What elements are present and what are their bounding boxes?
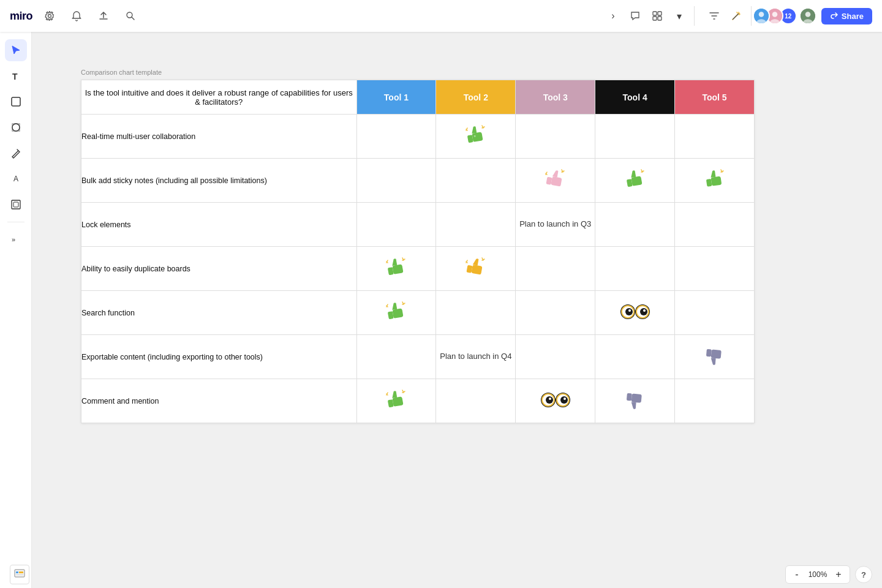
svg-rect-22 <box>472 132 483 142</box>
cell-5-1 <box>356 291 436 335</box>
presence-avatars: 12 <box>756 7 816 24</box>
notifications-icon[interactable] <box>67 6 86 26</box>
bottom-bar: - 100% + ? <box>0 561 882 588</box>
table-row: Comment and mention <box>81 379 755 423</box>
cell-6-5 <box>675 335 755 379</box>
eyes-emoji-2-icon <box>538 388 573 412</box>
svg-point-39 <box>625 308 633 315</box>
table-row: Search function <box>81 291 755 335</box>
svg-text:»: » <box>12 236 15 243</box>
sidebar-tool-sticky[interactable] <box>5 91 27 113</box>
cell-1-1 <box>356 115 436 159</box>
nav-left: miro <box>10 6 140 26</box>
cell-2-1 <box>356 159 436 203</box>
cell-1-3 <box>516 115 595 159</box>
cell-4-1 <box>356 247 436 291</box>
cell-6-2: Plan to launch in Q4 <box>436 335 516 379</box>
row-label-5: Search function <box>81 291 357 335</box>
row-label-2: Bulk add sticky notes (including all pos… <box>81 159 357 203</box>
table-row: Real-time multi-user collaboration <box>81 115 755 159</box>
comparison-chart: Comparison chart template Is the tool in… <box>81 69 755 423</box>
svg-rect-65 <box>19 571 23 573</box>
svg-rect-30 <box>706 178 712 186</box>
toolbar-group-view: › ▾ <box>598 6 695 26</box>
bottom-right: - 100% + ? <box>785 565 872 584</box>
tool1-header: Tool 1 <box>356 80 436 115</box>
avatar-1 <box>753 7 770 24</box>
bottom-left <box>10 565 29 584</box>
left-sidebar: T A » <box>0 32 32 588</box>
help-icon[interactable]: ? <box>855 566 872 583</box>
table-row: Exportable content (including exporting … <box>81 335 755 379</box>
sidebar-tool-pen[interactable] <box>5 142 27 164</box>
tool2-header: Tool 2 <box>436 80 516 115</box>
cell-4-3 <box>516 247 595 291</box>
share-button[interactable]: Share <box>821 8 872 24</box>
cell-3-3: Plan to launch in Q3 <box>516 203 595 247</box>
svg-point-6 <box>759 12 764 17</box>
tool4-header: Tool 4 <box>595 80 675 115</box>
cell-6-1 <box>356 335 436 379</box>
cell-2-5 <box>675 159 755 203</box>
cell-4-5 <box>675 247 755 291</box>
cell-7-4 <box>595 379 675 423</box>
svg-rect-33 <box>471 265 482 275</box>
zoom-level: 100% <box>805 570 830 579</box>
svg-rect-64 <box>16 571 18 573</box>
settings-icon[interactable] <box>40 6 59 26</box>
cell-7-3 <box>516 379 595 423</box>
table-row: Ability to easily duplicate boards <box>81 247 755 291</box>
thumbs-up-green-icon <box>461 121 491 150</box>
magic-wand-icon[interactable] <box>726 6 746 26</box>
comment-tool-icon[interactable] <box>625 6 645 26</box>
svg-point-45 <box>643 309 646 312</box>
svg-point-54 <box>549 398 551 400</box>
svg-text:A: A <box>13 175 18 183</box>
table-question: Is the tool intuitive and does it delive… <box>81 80 357 115</box>
cell-1-4 <box>595 115 675 159</box>
thumbs-mixed-yellow-icon <box>461 253 491 282</box>
board-thumbnail[interactable] <box>10 565 29 584</box>
svg-rect-31 <box>392 264 403 274</box>
sidebar-tool-more[interactable]: » <box>5 228 27 251</box>
svg-point-44 <box>640 308 647 315</box>
upload-icon[interactable] <box>94 6 113 26</box>
svg-rect-4 <box>658 17 662 20</box>
chevron-down-icon[interactable]: ▾ <box>669 6 689 26</box>
thumbs-up-green-2-icon <box>620 165 650 194</box>
cell-4-2 <box>436 247 516 291</box>
sidebar-tool-connector[interactable]: A <box>5 168 27 190</box>
cursor-tool-icon[interactable]: › <box>603 6 623 26</box>
svg-rect-47 <box>710 349 721 358</box>
svg-point-58 <box>560 396 568 404</box>
sidebar-tool-cursor[interactable] <box>5 39 27 61</box>
thumbs-up-green-6-icon <box>382 385 411 415</box>
cell-6-3 <box>516 335 595 379</box>
cell-3-5 <box>675 203 755 247</box>
zoom-in-button[interactable]: + <box>832 568 845 581</box>
toolbar-group-tools <box>699 6 752 26</box>
filter-icon[interactable] <box>704 6 724 26</box>
cell-3-1 <box>356 203 436 247</box>
tool5-header: Tool 5 <box>675 80 755 115</box>
cell-7-2 <box>436 379 516 423</box>
sidebar-tool-text[interactable]: T <box>5 65 27 87</box>
avatar-me <box>799 7 816 24</box>
row-label-4: Ability to easily duplicate boards <box>81 247 357 291</box>
plan-q3-text: Plan to launch in Q3 <box>516 216 595 232</box>
tool3-header: Tool 3 <box>516 80 595 115</box>
svg-rect-2 <box>658 12 662 15</box>
svg-rect-49 <box>392 396 403 407</box>
sidebar-divider <box>7 222 24 222</box>
zoom-out-button[interactable]: - <box>791 568 803 581</box>
sidebar-tool-shapes[interactable] <box>5 116 27 138</box>
cell-3-2 <box>436 203 516 247</box>
search-nav-icon[interactable] <box>121 6 140 26</box>
cell-5-5 <box>675 291 755 335</box>
cell-3-4 <box>595 203 675 247</box>
board-tool-icon[interactable] <box>647 6 667 26</box>
template-label: Comparison chart template <box>81 69 755 76</box>
sidebar-tool-frame[interactable] <box>5 194 27 216</box>
svg-point-40 <box>628 309 631 312</box>
plan-q4-text: Plan to launch in Q4 <box>436 349 515 364</box>
